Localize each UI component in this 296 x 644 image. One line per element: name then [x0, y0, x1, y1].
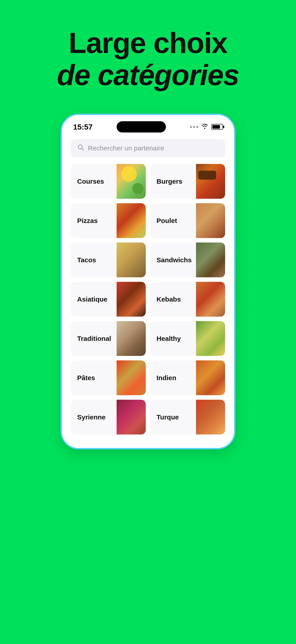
category-image-sandwichs: [196, 242, 225, 277]
category-card-tacos[interactable]: Tacos: [71, 242, 146, 277]
category-card-syrienne[interactable]: Syrienne: [71, 400, 146, 434]
category-image-traditional: [117, 321, 146, 356]
category-card-poulet[interactable]: Poulet: [150, 203, 225, 238]
category-label-sandwichs: Sandwichs: [150, 256, 196, 264]
category-image-kebabs: [196, 282, 225, 316]
signal-dots: [190, 126, 198, 128]
category-image-asiatique: [117, 282, 146, 316]
category-card-turque[interactable]: Turque: [150, 400, 225, 434]
category-card-burgers[interactable]: Burgers: [150, 164, 225, 199]
category-image-courses: [117, 164, 146, 199]
hero-line2: de catégories: [57, 58, 239, 92]
category-row: PizzasPoulet: [71, 203, 225, 238]
category-row: TraditionalHealthy: [71, 321, 225, 356]
category-card-kebabs[interactable]: Kebabs: [150, 282, 225, 316]
category-label-tacos: Tacos: [71, 256, 117, 264]
category-card-healthy[interactable]: Healthy: [150, 321, 225, 356]
category-label-indien: Indien: [150, 374, 196, 382]
phone-frame: 15:57: [61, 114, 235, 449]
category-image-turque: [196, 400, 225, 434]
categories-grid: CoursesBurgersPizzasPouletTacosSandwichs…: [62, 164, 234, 434]
category-label-poulet: Poulet: [150, 217, 196, 224]
svg-line-1: [82, 148, 84, 150]
category-label-traditional: Traditional: [71, 335, 117, 342]
category-image-burgers: [196, 164, 225, 199]
category-row: SyrienneTurque: [71, 400, 225, 434]
search-bar[interactable]: Rechercher un partenaire: [71, 139, 225, 157]
status-time: 15:57: [73, 122, 93, 131]
category-card-courses[interactable]: Courses: [71, 164, 146, 199]
category-row: TacosSandwichs: [71, 242, 225, 277]
category-label-syrienne: Syrienne: [71, 414, 117, 421]
search-container: Rechercher un partenaire: [62, 135, 234, 164]
wifi-icon: [201, 123, 209, 131]
category-image-poulet: [196, 203, 225, 238]
category-row: PâtesIndien: [71, 360, 225, 395]
category-card-traditional[interactable]: Traditional: [71, 321, 146, 356]
hero-section: Large choix de catégories: [39, 27, 257, 91]
category-card-asiatique[interactable]: Asiatique: [71, 282, 146, 316]
category-image-pizzas: [117, 203, 146, 238]
category-label-turque: Turque: [150, 414, 196, 421]
category-image-syrienne: [117, 400, 146, 434]
category-image-pates: [117, 360, 146, 395]
category-image-healthy: [196, 321, 225, 356]
hero-title: Large choix de catégories: [57, 27, 239, 91]
battery-icon: [211, 124, 223, 130]
category-label-asiatique: Asiatique: [71, 296, 117, 303]
dynamic-island: [117, 121, 166, 132]
category-label-pates: Pâtes: [71, 374, 117, 382]
category-label-kebabs: Kebabs: [150, 296, 196, 303]
search-placeholder-text: Rechercher un partenaire: [88, 144, 164, 152]
category-row: AsiatiqueKebabs: [71, 282, 225, 316]
category-card-indien[interactable]: Indien: [150, 360, 225, 395]
category-image-tacos: [117, 242, 146, 277]
category-card-pates[interactable]: Pâtes: [71, 360, 146, 395]
status-bar: 15:57: [62, 115, 234, 135]
category-row: CoursesBurgers: [71, 164, 225, 199]
search-icon: [77, 144, 84, 153]
category-label-courses: Courses: [71, 178, 117, 185]
category-image-indien: [196, 360, 225, 395]
category-card-pizzas[interactable]: Pizzas: [71, 203, 146, 238]
category-label-burgers: Burgers: [150, 178, 196, 185]
category-label-pizzas: Pizzas: [71, 217, 117, 224]
category-label-healthy: Healthy: [150, 335, 196, 342]
hero-line1: Large choix: [69, 26, 227, 59]
category-card-sandwichs[interactable]: Sandwichs: [150, 242, 225, 277]
status-icons: [190, 123, 223, 131]
